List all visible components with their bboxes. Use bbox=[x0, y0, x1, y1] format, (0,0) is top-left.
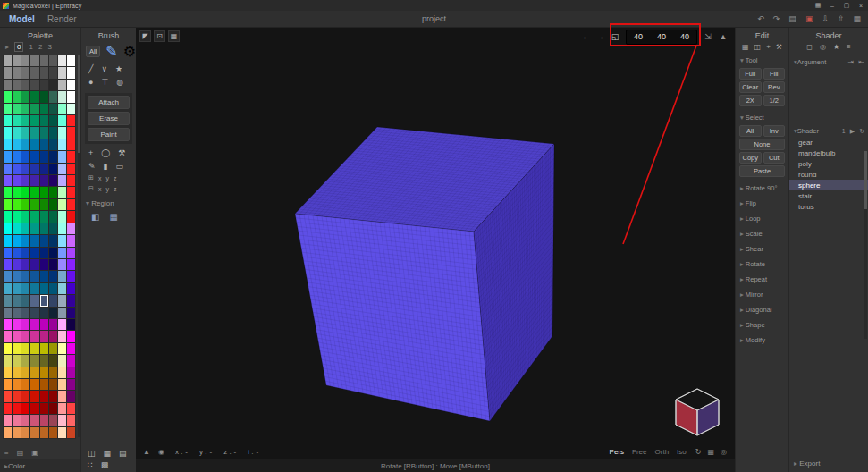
palette-swatch[interactable] bbox=[40, 187, 48, 198]
palette-swatch[interactable] bbox=[40, 211, 48, 222]
palette-swatch[interactable] bbox=[40, 248, 48, 258]
color-section-header[interactable]: Color bbox=[0, 459, 80, 472]
palette-swatch[interactable] bbox=[58, 355, 66, 366]
palette-swatch[interactable] bbox=[13, 139, 21, 150]
copy-button[interactable]: Copy bbox=[739, 152, 762, 164]
palette-swatch[interactable] bbox=[40, 127, 48, 138]
view-mode-pers[interactable]: Pers bbox=[610, 448, 624, 456]
section-repeat[interactable]: Repeat bbox=[736, 270, 788, 285]
palette-swatch[interactable] bbox=[21, 271, 29, 282]
palette-swatch[interactable] bbox=[21, 331, 29, 341]
palette-swatch[interactable] bbox=[13, 343, 21, 354]
axis-toggle-x[interactable]: x bbox=[98, 186, 102, 192]
palette-swatch[interactable] bbox=[58, 223, 66, 234]
palette-swatch[interactable] bbox=[13, 403, 21, 414]
palette-swatch[interactable] bbox=[49, 104, 57, 114]
palette-swatch[interactable] bbox=[13, 187, 21, 198]
palette-swatch[interactable] bbox=[58, 415, 66, 426]
palette-swatch[interactable] bbox=[49, 223, 57, 234]
lock-axis-icon[interactable]: ⊟ bbox=[88, 185, 94, 192]
palette-swatch[interactable] bbox=[58, 127, 66, 138]
region-box-icon[interactable]: ◧ bbox=[91, 212, 99, 222]
palette-swatch[interactable] bbox=[49, 367, 57, 378]
palette-swatch[interactable] bbox=[30, 91, 38, 102]
camera-icon[interactable]: ◉ bbox=[158, 448, 164, 456]
forward-icon[interactable]: → bbox=[596, 32, 604, 41]
palette-swatch[interactable] bbox=[13, 379, 21, 390]
view-mode-free[interactable]: Free bbox=[632, 448, 646, 456]
palette-swatch[interactable] bbox=[30, 415, 38, 426]
palette-swatch[interactable] bbox=[21, 283, 29, 294]
palette-swatch[interactable] bbox=[30, 211, 38, 222]
section-rotate[interactable]: Rotate bbox=[736, 255, 788, 270]
palette-swatch[interactable] bbox=[40, 403, 48, 414]
shader-scrollbar[interactable] bbox=[864, 151, 867, 339]
palette-swatch[interactable] bbox=[58, 55, 66, 66]
palette-swatch[interactable] bbox=[40, 367, 48, 378]
export-file-icon[interactable]: ⇧ bbox=[838, 14, 845, 23]
section-select[interactable]: Select bbox=[736, 108, 788, 123]
palette-swatch[interactable] bbox=[21, 355, 29, 366]
palette-swatch[interactable] bbox=[40, 151, 48, 162]
palette-swatch[interactable] bbox=[40, 115, 48, 126]
palette-swatch[interactable] bbox=[13, 427, 21, 438]
minimize-button[interactable]: – bbox=[825, 0, 839, 11]
palette-swatch[interactable] bbox=[21, 104, 29, 114]
palette-swatch[interactable] bbox=[49, 164, 57, 174]
brush-all-button[interactable]: All bbox=[86, 46, 100, 57]
palette-swatch[interactable] bbox=[13, 67, 21, 78]
palette-swatch[interactable] bbox=[67, 427, 75, 438]
hammer-icon[interactable]: ⚒ bbox=[118, 148, 125, 157]
palette-swatch[interactable] bbox=[4, 80, 12, 90]
palette-swatch[interactable] bbox=[40, 415, 48, 426]
dots-icon[interactable]: ∷ bbox=[88, 460, 93, 469]
palette-swatch[interactable] bbox=[58, 139, 66, 150]
palette-swatch[interactable] bbox=[4, 355, 12, 366]
palette-swatch[interactable] bbox=[58, 115, 66, 126]
shader-box-icon[interactable]: ◻ bbox=[806, 43, 813, 51]
palette-swatch[interactable] bbox=[67, 355, 75, 366]
1-2-button[interactable]: 1/2 bbox=[763, 95, 786, 106]
palette-swatch[interactable] bbox=[30, 151, 38, 162]
palette-swatch[interactable] bbox=[30, 355, 38, 366]
palette-swatch[interactable] bbox=[30, 379, 38, 390]
palette-swatch[interactable] bbox=[21, 343, 29, 354]
attach-button[interactable]: Attach bbox=[88, 96, 130, 109]
argument-section-header[interactable]: Argument ⇥⇤ bbox=[789, 51, 868, 66]
brush-stamp-icon[interactable]: ⊤ bbox=[101, 78, 108, 87]
brush-dot-icon[interactable]: ● bbox=[88, 78, 93, 87]
palette-swatch[interactable] bbox=[40, 104, 48, 114]
palette-swatch[interactable] bbox=[40, 55, 48, 66]
palette-swatch[interactable] bbox=[40, 308, 48, 318]
palette-swatch[interactable] bbox=[40, 319, 48, 330]
palette-swatch[interactable] bbox=[13, 151, 21, 162]
palette-swatch[interactable] bbox=[67, 415, 75, 426]
palette-swatch[interactable] bbox=[58, 248, 66, 258]
back-icon[interactable]: ← bbox=[582, 32, 590, 41]
section-loop[interactable]: Loop bbox=[736, 209, 788, 224]
shader-item-stair[interactable]: stair bbox=[789, 190, 868, 201]
palette-swatch[interactable] bbox=[49, 295, 57, 306]
palette-swatch[interactable] bbox=[13, 175, 21, 186]
palette-swatch[interactable] bbox=[13, 295, 21, 306]
panels-icon[interactable]: ▦ bbox=[811, 0, 825, 11]
palette-swatch[interactable] bbox=[58, 199, 66, 210]
none-button[interactable]: None bbox=[739, 139, 785, 150]
arg-out-icon[interactable]: ⇤ bbox=[858, 58, 864, 66]
palette-swatch[interactable] bbox=[21, 211, 29, 222]
palette-swatch[interactable] bbox=[4, 427, 12, 438]
palette-swatch[interactable] bbox=[21, 403, 29, 414]
move-icon[interactable]: + bbox=[88, 148, 93, 157]
palette-swatch[interactable] bbox=[49, 55, 57, 66]
palette-swatch[interactable] bbox=[4, 151, 12, 162]
cursor-icon[interactable]: ◤ bbox=[139, 30, 151, 42]
axis-toggle-z[interactable]: z bbox=[114, 186, 117, 192]
palette-swatch[interactable] bbox=[4, 271, 12, 282]
orbit-icon[interactable]: ↻ bbox=[695, 448, 702, 456]
pen-icon[interactable]: ✎ bbox=[105, 43, 117, 60]
palette-swatch[interactable] bbox=[4, 55, 12, 66]
palette-swatch[interactable] bbox=[67, 91, 75, 102]
palette-swatch[interactable] bbox=[67, 259, 75, 270]
palette-swatch[interactable] bbox=[49, 403, 57, 414]
palette-swatch[interactable] bbox=[21, 67, 29, 78]
